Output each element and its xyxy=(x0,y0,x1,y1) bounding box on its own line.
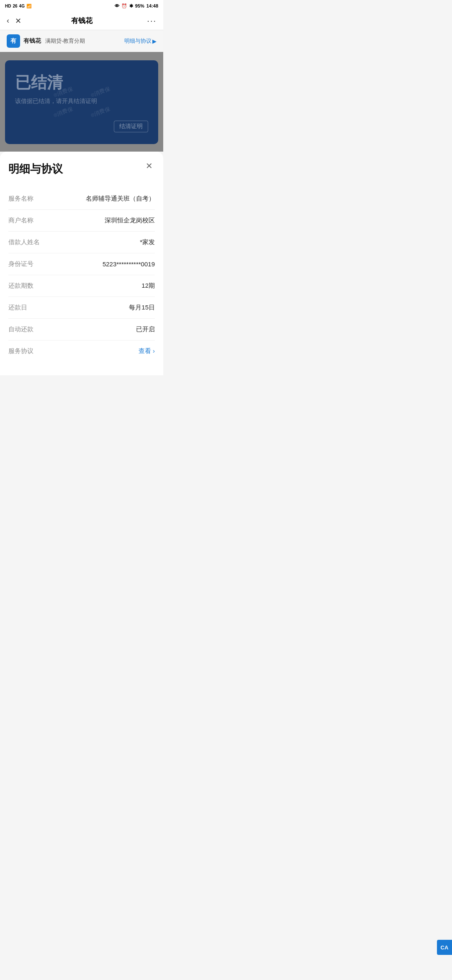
detail-row[interactable]: 服务协议查看 › xyxy=(8,340,155,362)
detail-value: 深圳恒企龙岗校区 xyxy=(105,217,155,224)
detail-value: 每月15日 xyxy=(129,304,155,312)
signal-icon: 📶 xyxy=(26,4,31,8)
detail-label: 服务协议 xyxy=(8,347,42,355)
eye-icon: 👁 xyxy=(115,3,119,8)
detail-value: 已开启 xyxy=(136,325,155,333)
detail-value: *家发 xyxy=(140,238,155,246)
settlement-status: 已结清 xyxy=(15,72,148,93)
settlement-certificate-button[interactable]: 结清证明 xyxy=(114,121,148,132)
network-indicator: 4G xyxy=(19,4,25,8)
product-name: 有钱花 xyxy=(23,37,41,45)
detail-value: 12期 xyxy=(141,282,155,290)
watermark-text-4: ⊙消费保 xyxy=(89,105,111,119)
product-info: 有 有钱花 满期贷-教育分期 xyxy=(7,34,85,48)
detail-label: 还款日 xyxy=(8,304,42,312)
detail-label: 还款期数 xyxy=(8,282,42,290)
background-area: 有 有钱花 满期贷-教育分期 明细与协议 ▶ 已结清 该借据已结清，请开具结清证… xyxy=(0,30,163,152)
status-right: 👁 ⏰ ✱ 95% 14:48 xyxy=(115,3,158,9)
detail-rows-container: 服务名称名师辅导通关班（自考）商户名称深圳恒企龙岗校区借款人姓名*家发身份证号5… xyxy=(8,188,155,362)
detail-row: 身份证号5223**********0019 xyxy=(8,253,155,275)
detail-row: 自动还款已开启 xyxy=(8,319,155,340)
detail-label: 借款人姓名 xyxy=(8,238,42,246)
bluetooth-icon: ✱ xyxy=(129,3,133,9)
link-arrow-icon: ▶ xyxy=(152,38,157,44)
product-subtitle: 满期贷-教育分期 xyxy=(45,37,85,45)
detail-row: 商户名称深圳恒企龙岗校区 xyxy=(8,210,155,232)
settled-card: 已结清 该借据已结清，请开具结清证明 结清证明 ⊙消费保 ⊙消费保 ⊙消费保 ⊙… xyxy=(5,60,158,144)
detail-value: 名师辅导通关班（自考） xyxy=(86,195,155,203)
detail-value[interactable]: 查看 › xyxy=(139,347,155,355)
detail-modal: ✕ 明细与协议 服务名称名师辅导通关班（自考）商户名称深圳恒企龙岗校区借款人姓名… xyxy=(0,152,163,375)
product-logo: 有 xyxy=(7,34,20,48)
nav-left-actions: ‹ ✕ xyxy=(7,16,21,26)
product-strip: 有 有钱花 满期贷-教育分期 明细与协议 ▶ xyxy=(0,30,163,52)
battery-level: 95% xyxy=(135,3,144,8)
alarm-icon: ⏰ xyxy=(121,3,127,9)
watermark-text-3: ⊙消费保 xyxy=(52,105,74,119)
detail-agreement-link[interactable]: 明细与协议 ▶ xyxy=(124,37,157,45)
sim-indicator: 26 xyxy=(13,4,17,8)
detail-value: 5223**********0019 xyxy=(103,260,155,268)
detail-label: 服务名称 xyxy=(8,195,42,203)
back-button[interactable]: ‹ xyxy=(7,16,9,25)
detail-row: 还款期数12期 xyxy=(8,275,155,297)
status-left: HD 26 4G 📶 xyxy=(5,4,31,8)
detail-label: 商户名称 xyxy=(8,217,42,224)
settlement-description: 该借据已结清，请开具结清证明 xyxy=(15,98,148,105)
status-bar: HD 26 4G 📶 👁 ⏰ ✱ 95% 14:48 xyxy=(0,0,163,12)
detail-label: 自动还款 xyxy=(8,325,42,333)
detail-row: 借款人姓名*家发 xyxy=(8,232,155,253)
modal-title: 明细与协议 xyxy=(8,162,155,176)
detail-row: 服务名称名师辅导通关班（自考） xyxy=(8,188,155,210)
navigation-bar: ‹ ✕ 有钱花 ··· xyxy=(0,12,163,30)
close-button[interactable]: ✕ xyxy=(15,16,21,26)
page-title: 有钱花 xyxy=(71,16,92,26)
detail-row: 还款日每月15日 xyxy=(8,297,155,319)
hd-indicator: HD xyxy=(5,4,11,8)
time-display: 14:48 xyxy=(146,3,158,8)
detail-label: 身份证号 xyxy=(8,260,42,268)
more-options-button[interactable]: ··· xyxy=(147,16,157,26)
modal-close-button[interactable]: ✕ xyxy=(143,160,155,172)
